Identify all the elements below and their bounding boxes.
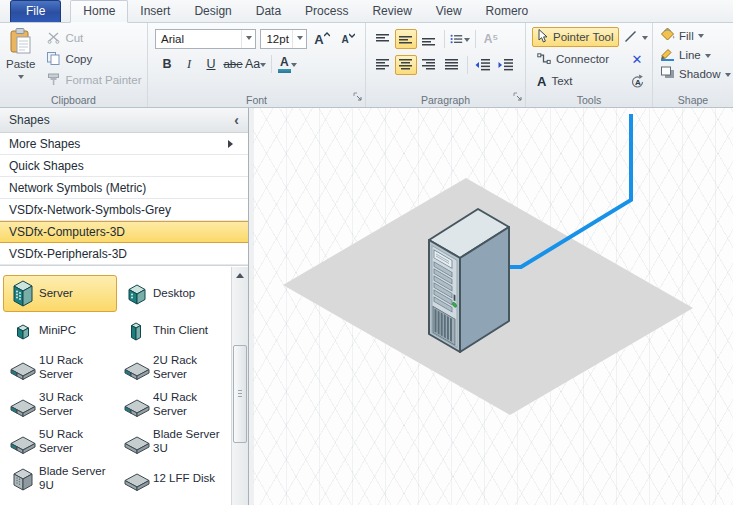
tab-review[interactable]: Review — [360, 1, 423, 22]
tab-design[interactable]: Design — [182, 1, 243, 22]
align-top-button[interactable] — [372, 29, 394, 49]
shapes-panel-title: Shapes — [9, 113, 50, 127]
scissors-icon — [47, 31, 60, 46]
line-tool-dropdown[interactable] — [642, 36, 648, 43]
tab-file[interactable]: File — [10, 0, 61, 22]
pointer-tool-button[interactable]: Pointer Tool — [532, 27, 619, 47]
line-button[interactable]: Line — [679, 49, 701, 61]
paste-button[interactable]: Paste — [5, 27, 36, 89]
paragraph-dialog-launcher[interactable] — [513, 90, 522, 104]
change-case-button[interactable]: Aa — [245, 54, 266, 74]
font-size-combobox[interactable]: 12pt — [260, 29, 307, 49]
format-painter-button[interactable]: Format Painter — [42, 70, 146, 90]
shape-item-blade-server-3u[interactable]: Blade Server 3U — [117, 423, 231, 460]
underline-button[interactable]: U — [201, 54, 221, 74]
stencil-network-symbols-metric[interactable]: Network Symbols (Metric) — [0, 177, 248, 199]
bold-button[interactable]: B — [157, 54, 177, 74]
line-tool-icon — [624, 30, 637, 45]
line-pencil-icon — [660, 46, 675, 64]
align-left-button[interactable] — [372, 55, 394, 75]
stencil-label: VSDfx-Computers-3D — [9, 225, 125, 239]
paragraph-group-label: Paragraph — [366, 94, 525, 106]
line-dropdown[interactable] — [705, 54, 711, 61]
decrease-indent-button[interactable] — [472, 55, 494, 75]
align-middle-button[interactable] — [395, 29, 417, 49]
shape-item-3u-rack-server[interactable]: 3U Rack Server — [3, 386, 117, 423]
justify-icon — [445, 59, 459, 71]
stencil-more-shapes[interactable]: More Shapes — [0, 133, 248, 155]
strikethrough-button[interactable]: abe — [223, 54, 243, 74]
svg-text:A: A — [635, 78, 641, 87]
font-dialog-launcher[interactable] — [353, 90, 362, 104]
shape-item-12-lff-disk[interactable]: 12 LFF Disk — [117, 460, 231, 497]
align-bottom-button[interactable] — [418, 29, 440, 49]
shape-item-label: 5U Rack Server — [39, 428, 114, 455]
stencil-vsdfx-network-symbols-grey[interactable]: VSDfx-Network-Symbols-Grey — [0, 199, 248, 221]
mini-shape-icon — [6, 316, 39, 346]
shape-item-1u-rack-server[interactable]: 1U Rack Server — [3, 349, 117, 386]
rack-shape-icon — [6, 353, 39, 383]
tab-view[interactable]: View — [424, 1, 474, 22]
align-right-button[interactable] — [418, 55, 440, 75]
shape-item-blade-server-9u[interactable]: Blade Server 9U — [3, 460, 117, 497]
font-color-button[interactable]: A — [277, 54, 297, 74]
text-tool-button[interactable]: A Text — [532, 71, 577, 91]
drawing-page — [253, 108, 733, 505]
tab-process[interactable]: Process — [293, 1, 360, 22]
shape-list-scrollbar[interactable] — [231, 267, 248, 505]
shadow-dropdown[interactable] — [725, 73, 731, 80]
shapes-panel-header: Shapes ‹ — [0, 108, 248, 133]
tab-home[interactable]: Home — [70, 0, 128, 23]
fill-button[interactable]: Fill — [679, 30, 694, 42]
pointer-cursor-icon — [537, 29, 548, 45]
drawing-canvas[interactable] — [253, 108, 733, 505]
shape-item-label: 1U Rack Server — [39, 354, 114, 381]
font-size-dropdown[interactable] — [292, 30, 306, 48]
font-color-dropdown[interactable] — [291, 63, 297, 70]
shape-item-server[interactable]: Server — [3, 275, 117, 312]
shape-item-desktop[interactable]: Desktop — [117, 275, 231, 312]
tab-romero[interactable]: Romero — [474, 1, 541, 22]
shape-item-2u-rack-server[interactable]: 2U Rack Server — [117, 349, 231, 386]
paste-dropdown-arrow[interactable] — [18, 75, 24, 82]
shape-item-5u-rack-server[interactable]: 5U Rack Server — [3, 423, 117, 460]
paragraph-spacing-button[interactable]: A⁵ — [480, 29, 502, 49]
align-center-button[interactable] — [395, 55, 417, 75]
scroll-up-button[interactable] — [232, 267, 248, 282]
tower-shape-icon — [6, 279, 39, 309]
shadow-button[interactable]: Shadow — [679, 68, 721, 80]
text-block-rotate-icon[interactable]: A — [626, 71, 648, 91]
font-family-combobox[interactable]: Arial — [155, 29, 256, 49]
shape-item-minipc[interactable]: MiniPC — [3, 312, 117, 349]
shape-item-4u-rack-server[interactable]: 4U Rack Server — [117, 386, 231, 423]
collapse-panel-icon[interactable]: ‹ — [234, 112, 239, 128]
shrink-font-button[interactable]: A — [337, 29, 359, 49]
grow-font-button[interactable]: A — [311, 29, 333, 49]
copy-button[interactable]: Copy — [42, 49, 146, 69]
slab-shape-icon — [120, 464, 153, 494]
shape-item-thin-client[interactable]: Thin Client — [117, 312, 231, 349]
cut-button[interactable]: Cut — [42, 28, 146, 48]
decrease-indent-icon — [475, 59, 491, 71]
font-family-dropdown[interactable] — [241, 30, 255, 48]
scrollbar-thumb[interactable] — [233, 345, 247, 443]
tab-data[interactable]: Data — [244, 1, 293, 22]
shape-grid: ServerDesktopMiniPCThin Client1U Rack Se… — [3, 275, 231, 497]
tab-insert[interactable]: Insert — [128, 1, 182, 22]
connection-point-tool-button[interactable]: ✕ — [626, 52, 648, 67]
stencil-quick-shapes[interactable]: Quick Shapes — [0, 155, 248, 177]
connector-tool-button[interactable]: Connector — [532, 49, 614, 69]
fill-dropdown[interactable] — [698, 34, 704, 41]
server-front-panel — [432, 246, 457, 348]
increase-indent-button[interactable] — [495, 55, 517, 75]
italic-button[interactable]: I — [179, 54, 199, 74]
stencil-vsdfx-peripherals-3d[interactable]: VSDfx-Peripherals-3D — [0, 243, 248, 265]
format-painter-label: Format Painter — [65, 74, 141, 86]
bullets-button[interactable] — [449, 29, 471, 49]
tools-group-label: Tools — [526, 94, 652, 106]
justify-button[interactable] — [441, 55, 463, 75]
stencil-vsdfx-computers-3d[interactable]: VSDfx-Computers-3D — [0, 221, 248, 243]
line-tool-button[interactable] — [619, 27, 653, 47]
shapes-panel: Shapes ‹ More Shapes Quick Shapes Networ… — [0, 108, 249, 505]
ribbon: Paste Cut Copy Format Painter Clipboard — [0, 23, 733, 108]
